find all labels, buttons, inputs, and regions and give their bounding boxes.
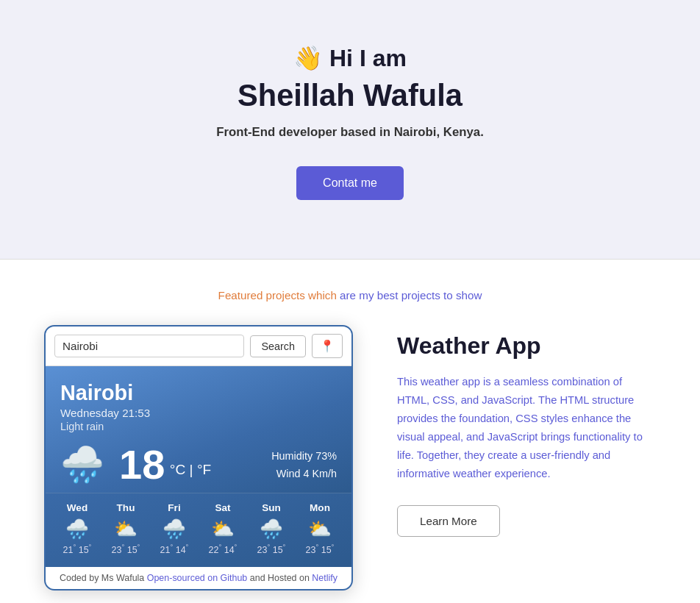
forecast-temps: 23° 15° (112, 543, 140, 555)
weather-wind: Wind 4 Km/h (271, 465, 337, 482)
weather-temp-unit: °C | °F (170, 462, 212, 477)
forecast-day: Fri 🌧️ 21° 14° (160, 502, 189, 555)
weather-footer: Coded by Ms Wafula Open-sourced on Githu… (46, 567, 351, 589)
greeting-text: Hi I am (329, 45, 407, 71)
weather-temp-row: 🌧️ 18 °C | °F Humidity 73% Wind 4 Km/h (60, 444, 337, 485)
forecast-icon: ⛅ (306, 518, 335, 540)
forecast-day: Sat ⛅ 22° 14° (209, 502, 238, 555)
forecast-day-label: Mon (306, 502, 335, 513)
forecast-day-label: Wed (63, 502, 92, 513)
footer-text: Coded by Ms Wafula (60, 573, 147, 583)
forecast-day-label: Thu (112, 502, 140, 513)
weather-forecast: Wed 🌧️ 21° 15° Thu ⛅ 23° 15° Fri 🌧️ 21° … (46, 493, 351, 567)
weather-temp-block: 18 °C | °F (119, 444, 211, 485)
weather-details: Humidity 73% Wind 4 Km/h (271, 447, 337, 483)
forecast-temps: 21° 14° (160, 543, 189, 555)
weather-temperature: 18 (119, 441, 165, 488)
forecast-day-label: Sun (257, 502, 286, 513)
weather-widget: Search 📍 Nairobi Wednesday 21:53 Light r… (44, 325, 353, 590)
forecast-temps: 23° 15° (306, 543, 335, 555)
wave-emoji: 👋 (293, 45, 323, 71)
forecast-icon: 🌧️ (160, 518, 189, 540)
project-title: Weather App (397, 332, 656, 360)
forecast-day: Thu ⛅ 23° 15° (112, 502, 140, 555)
project-card-weather: Search 📍 Nairobi Wednesday 21:53 Light r… (44, 325, 656, 590)
tagline-part1: Featured projects which (218, 289, 340, 302)
forecast-icon: 🌧️ (257, 518, 286, 540)
projects-section: Featured projects which are my best proj… (0, 260, 700, 603)
learn-more-button[interactable]: Learn More (397, 505, 500, 537)
forecast-icon: 🌧️ (63, 518, 92, 540)
forecast-day: Sun 🌧️ 23° 15° (257, 502, 286, 555)
weather-condition: Light rain (60, 421, 337, 432)
hero-subtitle: Front-End developer based in Nairobi, Ke… (15, 125, 685, 140)
weather-search-input[interactable] (54, 335, 244, 357)
hero-section: 👋 Hi I am Sheillah Wafula Front-End deve… (0, 0, 700, 260)
forecast-temps: 22° 14° (209, 543, 238, 555)
weather-location-button[interactable]: 📍 (312, 334, 343, 358)
netlify-link[interactable]: Netlify (312, 573, 338, 583)
forecast-temps: 21° 15° (63, 543, 92, 555)
weather-main: Nairobi Wednesday 21:53 Light rain 🌧️ 18… (46, 366, 351, 493)
contact-button[interactable]: Contat me (296, 166, 404, 200)
project-info: Weather App This weather app is a seamle… (397, 325, 656, 537)
forecast-icon: ⛅ (112, 518, 140, 540)
footer-mid: and Hosted on (247, 573, 312, 583)
hero-name: Sheillah Wafula (15, 78, 685, 113)
weather-humidity: Humidity 73% (271, 447, 337, 465)
forecast-day: Mon ⛅ 23° 15° (306, 502, 335, 555)
weather-city: Nairobi (60, 381, 337, 405)
weather-time: Wednesday 21:53 (60, 407, 337, 419)
weather-icon-rain: 🌧️ (60, 444, 104, 485)
weather-search-bar: Search 📍 (46, 327, 351, 366)
forecast-icon: ⛅ (209, 518, 238, 540)
projects-tagline: Featured projects which are my best proj… (44, 289, 656, 302)
github-link[interactable]: Open-sourced on Github (147, 573, 248, 583)
forecast-temps: 23° 15° (257, 543, 286, 555)
weather-search-button[interactable]: Search (250, 335, 306, 357)
forecast-day-label: Fri (160, 502, 189, 513)
forecast-day: Wed 🌧️ 21° 15° (63, 502, 92, 555)
hero-greeting: 👋 Hi I am (15, 44, 685, 72)
tagline-highlight: are my best projects to show (340, 289, 482, 302)
project-description: This weather app is a seamless combinati… (397, 373, 656, 483)
forecast-day-label: Sat (209, 502, 238, 513)
